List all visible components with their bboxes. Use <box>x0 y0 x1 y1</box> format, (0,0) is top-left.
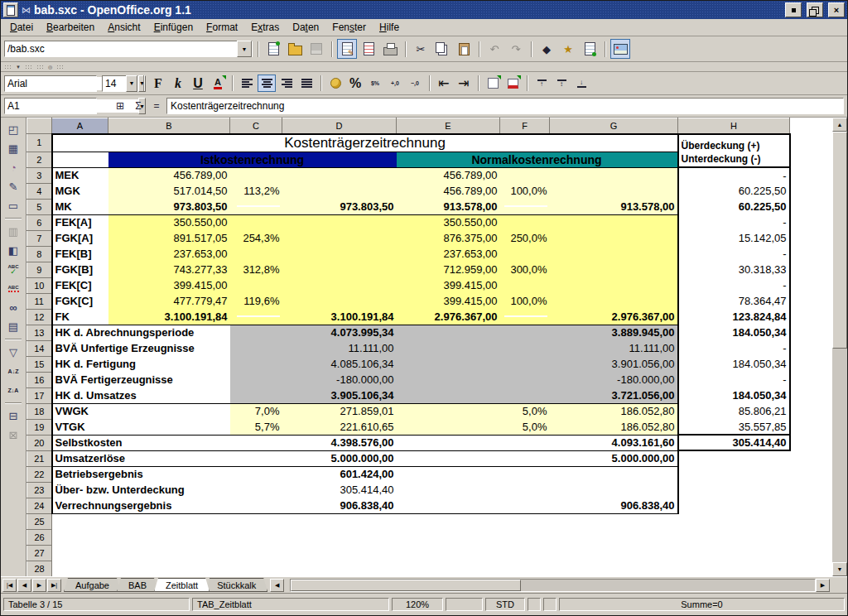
target-icon[interactable]: ◎ <box>48 65 52 70</box>
cell-A5[interactable]: MK <box>52 199 108 214</box>
cell-H1[interactable]: Überdeckung (+) <box>678 134 790 152</box>
cell-C7[interactable]: 254,3% <box>230 230 282 246</box>
sum-button[interactable]: Σ <box>130 98 147 114</box>
cell-D10[interactable] <box>282 277 397 293</box>
cell-F5[interactable] <box>500 199 550 214</box>
cell-D5[interactable]: 973.803,50 <box>282 199 397 214</box>
cell-C21[interactable] <box>230 450 282 466</box>
cell-C16[interactable] <box>230 372 282 387</box>
cell-F12[interactable] <box>500 309 550 325</box>
form-functions-button[interactable]: ▭ <box>3 196 24 215</box>
export-pdf-button[interactable] <box>359 39 378 59</box>
cell-D20[interactable]: 4.398.576,00 <box>282 435 397 450</box>
justify-button[interactable] <box>297 75 316 92</box>
cell-H9[interactable]: 30.318,33 <box>678 262 790 277</box>
cell-G9[interactable] <box>550 262 678 277</box>
cell-D17[interactable]: 3.905.106,34 <box>282 387 397 403</box>
cell-E17[interactable] <box>397 387 500 403</box>
draw-functions-button[interactable]: ✎ <box>3 177 24 196</box>
menu-ansicht[interactable]: Ansicht <box>101 20 147 35</box>
zoom-panel[interactable]: 120% <box>392 598 443 611</box>
row-header-2[interactable]: 2 <box>27 152 52 167</box>
cell-B2[interactable]: Istkostenrechnung <box>108 152 397 167</box>
row-header-4[interactable]: 4 <box>27 183 52 199</box>
cell-H14[interactable]: - <box>678 340 790 356</box>
col-header-H[interactable]: H <box>678 118 790 134</box>
cell-D18[interactable]: 271.859,01 <box>282 403 397 419</box>
last-sheet-button[interactable]: ▶| <box>47 579 61 592</box>
cell-D15[interactable]: 4.085.106,34 <box>282 356 397 372</box>
cell-G17[interactable]: 3.721.056,00 <box>550 387 678 403</box>
paste-button[interactable] <box>454 39 474 59</box>
col-header-B[interactable]: B <box>108 118 230 134</box>
scroll-right-button[interactable]: ▶ <box>816 579 830 592</box>
cell-A14[interactable]: BVÄ Unfertige Erzeugnisse <box>52 340 230 356</box>
cell-H5[interactable]: 60.225,50 <box>678 199 790 214</box>
print-button[interactable] <box>380 39 400 59</box>
row-header-27[interactable]: 27 <box>27 545 52 561</box>
cell-E9[interactable]: 712.959,00 <box>397 262 500 277</box>
cell-A2[interactable] <box>52 152 108 167</box>
scroll-down-button[interactable]: ▼ <box>832 562 847 576</box>
col-header-G[interactable]: G <box>550 118 678 134</box>
cell-G7[interactable] <box>550 230 678 246</box>
add-decimal-button[interactable]: +,0 <box>386 75 404 92</box>
cell-E10[interactable]: 399.415,00 <box>397 277 500 293</box>
cell-E11[interactable]: 399.415,00 <box>397 293 500 309</box>
previous-sheet-button[interactable]: ◀ <box>17 579 31 592</box>
first-sheet-button[interactable]: |◀ <box>2 579 17 592</box>
cell-F4[interactable]: 100,0% <box>500 183 550 199</box>
cell-H16[interactable]: - <box>678 372 790 387</box>
cell-F6[interactable] <box>500 214 550 230</box>
font-color-button[interactable]: A <box>209 75 227 92</box>
cell-D16[interactable]: -180.000,00 <box>282 372 397 387</box>
cell-G24[interactable]: 906.838,40 <box>550 498 678 513</box>
cell-B12[interactable]: 3.100.191,84 <box>108 309 230 325</box>
hyperlink-button[interactable] <box>580 39 600 59</box>
cell-A25[interactable] <box>52 513 790 529</box>
menu-datei[interactable]: Datei <box>3 20 40 35</box>
cell-G8[interactable] <box>550 246 678 262</box>
row-header-16[interactable]: 16 <box>27 372 52 387</box>
vertical-scrollbar[interactable]: ▲ ▼ <box>831 118 847 576</box>
name-box[interactable]: ▼ <box>4 98 97 114</box>
row-header-17[interactable]: 17 <box>27 387 52 403</box>
cell-D6[interactable] <box>282 214 397 230</box>
cell-A9[interactable]: FGK[B] <box>52 262 108 277</box>
cell-A23[interactable]: Über- bzw. Unterdeckung <box>52 482 230 498</box>
standard-format-button[interactable]: $% <box>366 75 384 92</box>
url-input[interactable] <box>5 42 237 55</box>
cell-A8[interactable]: FEK[B] <box>52 246 108 262</box>
row-header-18[interactable]: 18 <box>27 403 52 419</box>
menu-fenster[interactable]: Fenster <box>325 20 373 35</box>
cell-A16[interactable]: BVÄ Fertigerzeugnisse <box>52 372 230 387</box>
url-dropdown-button[interactable]: ▼ <box>237 41 252 57</box>
cell-C19[interactable]: 5,7% <box>230 419 282 435</box>
toolbar-grip[interactable] <box>4 65 12 70</box>
cell-D3[interactable] <box>282 167 397 183</box>
url-combobox[interactable]: ▼ <box>4 41 253 57</box>
menu-einfgen[interactable]: Einfügen <box>147 20 200 35</box>
borders-button[interactable] <box>484 75 502 92</box>
cell-H24[interactable] <box>678 498 790 513</box>
cell-H12[interactable]: 123.824,84 <box>678 309 790 325</box>
font-size-input[interactable] <box>103 77 126 90</box>
cell-C12[interactable] <box>230 309 282 325</box>
cell-C24[interactable] <box>230 498 282 513</box>
cell-B9[interactable]: 743.277,33 <box>108 262 230 277</box>
row-header-22[interactable]: 22 <box>27 466 52 482</box>
autospellcheck-button[interactable]: ABC <box>3 279 24 298</box>
close-button[interactable]: × <box>828 2 845 17</box>
cell-D8[interactable] <box>282 246 397 262</box>
font-size-dropdown[interactable]: ▼ <box>126 75 137 92</box>
bold-button[interactable]: F <box>149 75 167 92</box>
cell-E3[interactable]: 456.789,00 <box>397 167 500 183</box>
cell-D4[interactable] <box>282 183 397 199</box>
cell-E21[interactable] <box>397 450 500 466</box>
cell-D9[interactable] <box>282 262 397 277</box>
cell-F24[interactable] <box>500 498 550 513</box>
cell-F20[interactable] <box>500 435 550 450</box>
sheet-tab-zeitblatt[interactable]: Zeitblatt <box>154 578 210 592</box>
cell-A11[interactable]: FGK[C] <box>52 293 108 309</box>
cell-D21[interactable]: 5.000.000,00 <box>282 450 397 466</box>
